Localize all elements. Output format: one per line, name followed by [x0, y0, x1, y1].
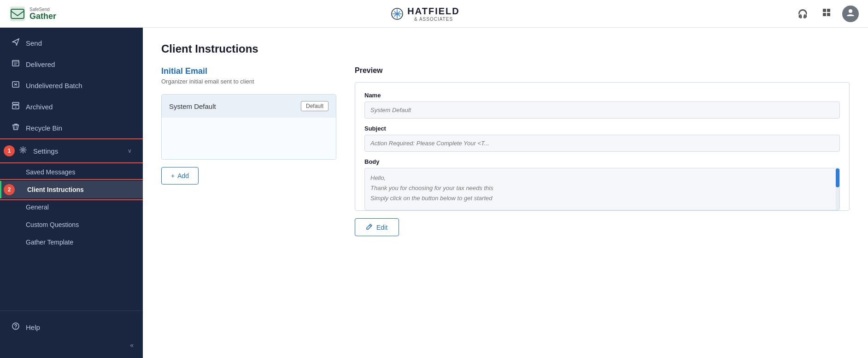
svg-point-23 [22, 149, 24, 151]
sidebar-subnav-gather-template[interactable]: Gather Template [0, 233, 143, 251]
body-scrollbar-thumb [836, 168, 839, 187]
sidebar-item-send[interactable]: Send [0, 32, 143, 54]
content-area: Client Instructions Initial Email Organi… [143, 28, 868, 358]
template-card-system-default[interactable]: System Default Default [161, 94, 336, 160]
template-card-header: System Default Default [162, 95, 336, 118]
main-layout: Send Delivered [0, 28, 868, 358]
svg-line-26 [369, 225, 371, 227]
page-title: Client Instructions [161, 42, 850, 55]
sidebar-item-help[interactable]: Help [0, 316, 143, 338]
sidebar-help-label: Help [26, 323, 132, 331]
svg-rect-0 [10, 6, 25, 21]
settings-chevron-icon: ∨ [128, 148, 132, 154]
sidebar-send-label: Send [26, 39, 132, 47]
edit-button[interactable]: Edit [355, 218, 399, 236]
archived-icon [11, 102, 20, 111]
header-actions: 🎧 [794, 6, 859, 22]
company-logo: HATFIELD & ASSOCIATES [391, 6, 459, 22]
svg-rect-8 [827, 13, 830, 16]
logo-safesend-text: SafeSend [29, 7, 56, 12]
body-field-label: Body [364, 158, 840, 165]
undelivered-icon [11, 81, 20, 90]
subject-field-label: Subject [364, 125, 840, 132]
body-field-wrapper: Hello, Thank you for choosing for your t… [364, 168, 840, 210]
template-name: System Default [169, 102, 216, 110]
edit-button-label: Edit [376, 224, 387, 231]
edit-icon [366, 223, 373, 231]
recycle-bin-icon [11, 123, 20, 132]
sidebar: Send Delivered [0, 28, 143, 358]
sidebar-item-delivered[interactable]: Delivered [0, 54, 143, 75]
company-name: HATFIELD [407, 6, 459, 17]
svg-point-9 [849, 9, 852, 13]
sidebar-subnav-client-instructions[interactable]: Client Instructions [0, 181, 143, 198]
section-title: Initial Email [161, 66, 336, 76]
add-button-label: Add [177, 172, 189, 179]
company-sub: & ASSOCIATES [407, 17, 459, 22]
subject-input[interactable] [364, 135, 840, 152]
sidebar-settings-label: Settings [33, 147, 122, 155]
sidebar-item-settings[interactable]: Settings ∨ [0, 140, 143, 161]
svg-point-25 [15, 328, 16, 328]
sidebar-nav: Send Delivered [0, 28, 143, 310]
sidebar-collapse-button[interactable]: « [0, 338, 143, 352]
sidebar-delivered-label: Delivered [26, 60, 132, 68]
sidebar-archived-label: Archived [26, 103, 132, 111]
delivered-icon [11, 60, 20, 69]
preview-box: Name Subject Body Hello, Thank you for c… [355, 82, 850, 211]
default-badge: Default [301, 101, 328, 111]
headphone-button[interactable]: 🎧 [794, 6, 811, 22]
general-label: General [26, 203, 49, 211]
plus-icon: + [171, 172, 175, 179]
template-card-body [162, 118, 336, 159]
user-icon [846, 8, 855, 19]
content-columns: Initial Email Organizer initial email se… [161, 66, 850, 236]
body-scrollbar [836, 168, 839, 210]
grid-button[interactable] [818, 6, 835, 22]
settings-icon [18, 146, 28, 155]
body-line1: Hello, [370, 173, 830, 183]
svg-rect-6 [827, 9, 830, 12]
gather-template-label: Gather Template [26, 239, 73, 246]
user-avatar-button[interactable] [842, 6, 859, 22]
svg-rect-7 [823, 13, 826, 16]
body-content: Hello, Thank you for choosing for your t… [365, 168, 839, 210]
preview-label: Preview [355, 66, 850, 75]
client-instructions-label: Client Instructions [27, 186, 84, 193]
sidebar-item-undelivered[interactable]: Undelivered Batch [0, 75, 143, 96]
safesend-logo-icon [9, 6, 26, 22]
grid-icon [822, 8, 831, 19]
svg-rect-5 [823, 9, 826, 12]
right-column: Preview Name Subject Body Hello, Thank y… [355, 66, 850, 236]
body-line3: Simply click on the button below to get … [370, 193, 830, 203]
step-badge-2: 2 [4, 184, 15, 195]
svg-rect-17 [12, 102, 19, 104]
collapse-icon: « [130, 341, 134, 349]
company-logo-icon [391, 7, 404, 20]
left-column: Initial Email Organizer initial email se… [161, 66, 336, 185]
sidebar-subnav-general[interactable]: General [0, 198, 143, 216]
send-icon [11, 38, 20, 48]
sidebar-item-recycle-bin[interactable]: Recycle Bin [0, 117, 143, 138]
sidebar-bottom: Help « [0, 310, 143, 358]
body-line2: Thank you for choosing for your tax need… [370, 183, 830, 193]
saved-messages-label: Saved Messages [26, 168, 75, 176]
sidebar-subnav-custom-questions[interactable]: Custom Questions [0, 216, 143, 233]
help-icon [11, 322, 20, 332]
sidebar-undelivered-label: Undelivered Batch [26, 82, 132, 90]
add-template-button[interactable]: + Add [161, 167, 199, 185]
top-header: SafeSend Gather HATFIELD & ASSOCIATES 🎧 [0, 0, 868, 28]
logo-gather-text: Gather [29, 12, 56, 20]
sidebar-recycle-label: Recycle Bin [26, 124, 132, 132]
section-subtitle: Organizer initial email sent to client [161, 78, 336, 85]
sidebar-subnav-saved-messages[interactable]: Saved Messages [0, 163, 143, 181]
logo-text: SafeSend Gather [29, 7, 56, 20]
sidebar-item-archived[interactable]: Archived [0, 96, 143, 117]
custom-questions-label: Custom Questions [26, 221, 79, 228]
name-input[interactable] [364, 101, 840, 119]
name-field-label: Name [364, 92, 840, 99]
logo-area: SafeSend Gather [9, 6, 56, 22]
headphone-icon: 🎧 [798, 9, 808, 19]
